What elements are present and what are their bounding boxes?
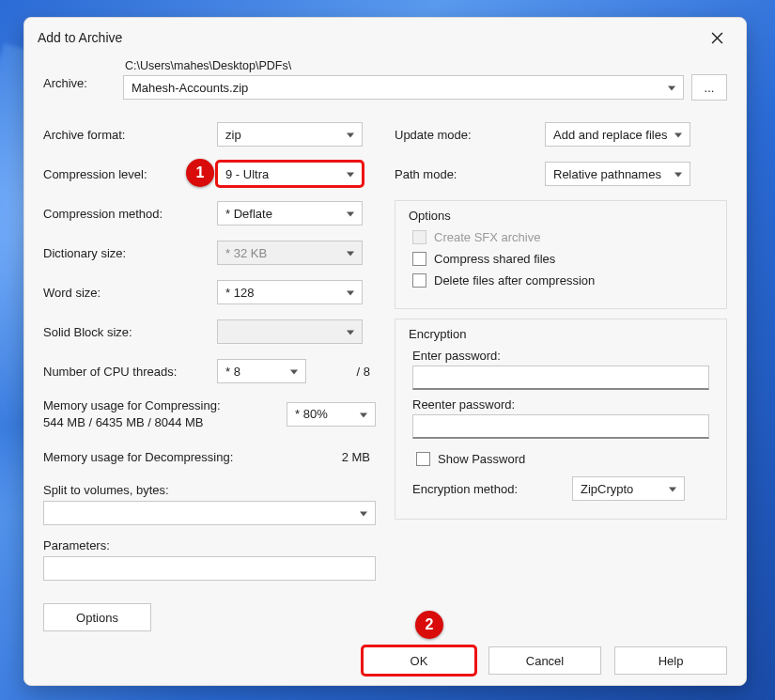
split-volumes-combo[interactable]: [43, 501, 376, 525]
memory-decompress-value: 2 MB: [269, 450, 376, 464]
dictionary-size-value: * 32 KB: [225, 246, 267, 260]
delete-after-checkbox[interactable]: Delete files after compression: [412, 273, 713, 288]
checkbox-icon: [412, 252, 426, 266]
left-column: Archive format: zip 1 Compression level:…: [43, 121, 376, 631]
checkbox-icon: [412, 230, 426, 244]
checkbox-icon: [412, 273, 426, 288]
memory-compress-label: Memory usage for Compressing: 544 MB / 6…: [43, 397, 259, 430]
help-button[interactable]: Help: [614, 646, 727, 675]
solid-block-label: Solid Block size:: [43, 325, 217, 339]
options-button-label: Options: [76, 611, 118, 625]
update-mode-combo[interactable]: Add and replace files: [545, 122, 690, 147]
compress-shared-label: Compress shared files: [434, 252, 555, 266]
compression-level-value: 9 - Ultra: [225, 167, 269, 181]
encryption-method-value: ZipCrypto: [581, 482, 633, 496]
close-button[interactable]: [701, 27, 733, 48]
window-title: Add to Archive: [38, 30, 122, 45]
checkbox-icon: [416, 452, 430, 466]
show-password-label: Show Password: [438, 452, 525, 466]
callout-1: 1: [186, 159, 214, 187]
cpu-threads-total: / 8: [357, 365, 376, 379]
close-icon: [711, 32, 723, 44]
enter-password-label: Enter password:: [412, 349, 709, 363]
callout-2: 2: [415, 611, 443, 639]
browse-label: ...: [705, 81, 715, 95]
create-sfx-checkbox: Create SFX archive: [412, 230, 713, 244]
compression-method-label: Compression method:: [43, 207, 217, 221]
enter-password-input[interactable]: [412, 366, 709, 390]
archive-format-value: zip: [225, 128, 241, 142]
encryption-method-label: Encryption method:: [412, 482, 572, 496]
help-label: Help: [659, 654, 684, 668]
browse-button[interactable]: ...: [691, 74, 727, 101]
compress-shared-checkbox[interactable]: Compress shared files: [412, 252, 713, 266]
compression-method-combo[interactable]: * Deflate: [217, 201, 363, 226]
split-volumes-label: Split to volumes, bytes:: [43, 483, 376, 497]
dictionary-size-label: Dictionary size:: [43, 246, 217, 260]
parameters-input[interactable]: [43, 556, 376, 581]
archive-path-text: C:\Users\mahes\Desktop\PDFs\: [123, 59, 727, 72]
cpu-threads-value: * 8: [225, 365, 240, 379]
update-mode-label: Update mode:: [395, 128, 545, 142]
archive-label: Archive:: [43, 59, 123, 90]
cancel-label: Cancel: [526, 654, 564, 668]
options-group-title: Options: [409, 209, 713, 223]
memory-decompress-label: Memory usage for Decompressing:: [43, 450, 269, 464]
options-group: Options Create SFX archive Compress shar…: [395, 200, 727, 309]
right-column: Update mode: Add and replace files Path …: [395, 121, 727, 631]
show-password-checkbox[interactable]: Show Password: [416, 452, 709, 466]
delete-after-label: Delete files after compression: [434, 273, 595, 288]
reenter-password-label: Reenter password:: [412, 397, 709, 412]
compression-level-combo[interactable]: 9 - Ultra: [217, 162, 363, 186]
archive-format-combo[interactable]: zip: [217, 122, 363, 147]
ok-label: OK: [411, 654, 428, 668]
word-size-value: * 128: [225, 286, 254, 300]
archive-filename-combo[interactable]: Mahesh-Accounts.zip: [123, 75, 684, 100]
cpu-threads-label: Number of CPU threads:: [43, 365, 217, 379]
word-size-combo[interactable]: * 128: [217, 280, 363, 304]
path-mode-value: Relative pathnames: [553, 167, 661, 181]
reenter-password-input[interactable]: [412, 414, 709, 439]
encryption-group: Encryption Enter password: Reenter passw…: [395, 319, 727, 520]
path-mode-combo[interactable]: Relative pathnames: [545, 162, 690, 186]
word-size-label: Word size:: [43, 286, 217, 300]
ok-button[interactable]: OK: [363, 646, 475, 675]
add-to-archive-dialog: Add to Archive Archive: C:\Users\mahes\D…: [23, 17, 747, 686]
cancel-button[interactable]: Cancel: [488, 646, 601, 675]
update-mode-value: Add and replace files: [553, 128, 667, 142]
create-sfx-label: Create SFX archive: [434, 230, 540, 244]
parameters-label: Parameters:: [43, 538, 376, 552]
compression-method-value: * Deflate: [225, 207, 272, 221]
memory-compress-value: * 80%: [295, 407, 328, 421]
cpu-threads-combo[interactable]: * 8: [217, 359, 306, 383]
dictionary-size-combo[interactable]: * 32 KB: [217, 241, 363, 265]
encryption-method-combo[interactable]: ZipCrypto: [572, 476, 685, 501]
dialog-footer: 2 OK Cancel Help: [24, 641, 746, 690]
archive-filename-value: Mahesh-Accounts.zip: [132, 81, 248, 95]
archive-format-label: Archive format:: [43, 128, 217, 142]
memory-compress-combo[interactable]: * 80%: [287, 402, 376, 427]
options-button[interactable]: Options: [43, 603, 151, 631]
path-mode-label: Path mode:: [395, 167, 545, 181]
title-bar: Add to Archive: [24, 18, 746, 55]
encryption-group-title: Encryption: [409, 327, 713, 341]
solid-block-combo[interactable]: [217, 319, 363, 344]
